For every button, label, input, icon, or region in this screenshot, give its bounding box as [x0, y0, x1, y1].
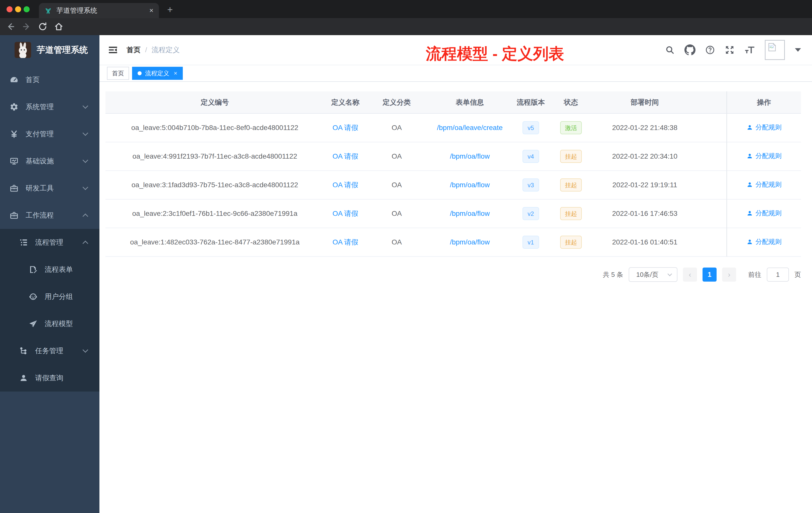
- assign-rule-button[interactable]: 分配规则: [747, 180, 782, 189]
- content-area: 定义编号 定义名称 定义分类 表单信息 流程版本 状态 部署时间 操作 oa_l…: [99, 82, 812, 282]
- cell-definition-id: oa_leave:2:3c1f0ef1-76b1-11ec-9c66-a2380…: [106, 199, 324, 228]
- new-tab-button[interactable]: +: [165, 4, 175, 16]
- version-badge[interactable]: v1: [522, 236, 539, 249]
- briefcase-icon: [9, 211, 19, 220]
- reload-icon[interactable]: [38, 22, 48, 32]
- sidebar-item-user-group[interactable]: 用户分组: [0, 283, 99, 310]
- search-icon[interactable]: [665, 45, 675, 55]
- header-definition-name: 定义名称: [324, 91, 367, 114]
- table-row: oa_leave:3:1fad3d93-7b75-11ec-a3c8-acde4…: [106, 171, 801, 199]
- chevron-down-icon: [83, 103, 88, 109]
- github-icon[interactable]: [685, 44, 696, 56]
- back-icon[interactable]: [5, 22, 16, 32]
- sidebar-item-process-mgmt[interactable]: 流程管理: [0, 229, 99, 256]
- cell-category: OA: [367, 199, 427, 228]
- sidebar-item-system[interactable]: 系统管理: [0, 93, 99, 120]
- form-edit-icon: [29, 265, 38, 274]
- sidebar: 芋道管理系统 首页 系统管理: [0, 35, 99, 513]
- form-link[interactable]: /bpm/oa/flow: [450, 181, 490, 189]
- breadcrumb-home[interactable]: 首页: [126, 45, 141, 55]
- sidebar-item-label: 用户分组: [45, 292, 73, 301]
- version-badge[interactable]: v2: [522, 207, 539, 220]
- help-icon[interactable]: [705, 45, 715, 55]
- version-badge[interactable]: v5: [522, 121, 539, 134]
- status-badge: 挂起: [560, 207, 582, 220]
- cell-deploy-time: 2022-01-22 19:19:11: [593, 171, 696, 199]
- status-badge: 挂起: [560, 178, 582, 191]
- avatar[interactable]: [765, 40, 785, 60]
- cell-definition-id: oa_leave:5:004b710b-7b8a-11ec-8ef0-acde4…: [106, 114, 324, 142]
- sidebar-item-infra[interactable]: 基础设施: [0, 148, 99, 175]
- tags-view-bar: 首页 流程定义 ×: [99, 65, 812, 82]
- navbar-actions: [665, 40, 801, 60]
- assign-rule-button[interactable]: 分配规则: [747, 237, 782, 246]
- next-page-button[interactable]: ›: [722, 268, 736, 281]
- definition-name-link[interactable]: OA 请假: [332, 124, 358, 131]
- form-link[interactable]: /bpm/oa/flow: [450, 238, 490, 246]
- user-icon: [747, 181, 753, 188]
- assign-rule-button[interactable]: 分配规则: [747, 209, 782, 218]
- workflow-submenu: 流程管理 流程表单 用户分组: [0, 229, 99, 392]
- sidebar-item-process-model[interactable]: 流程模型: [0, 310, 99, 337]
- definition-name-link[interactable]: OA 请假: [332, 238, 358, 246]
- definition-name-link[interactable]: OA 请假: [332, 181, 358, 189]
- sidebar-item-workflow[interactable]: 工作流程: [0, 202, 99, 229]
- header-status: 状态: [549, 91, 593, 114]
- minimize-window-button[interactable]: [15, 6, 21, 12]
- sidebar-item-devtools[interactable]: 研发工具: [0, 175, 99, 202]
- robot-icon: [29, 292, 38, 301]
- monitor-icon: [9, 157, 19, 165]
- table-row: oa_leave:5:004b710b-7b8a-11ec-8ef0-acde4…: [106, 114, 801, 142]
- sidebar-item-process-form[interactable]: 流程表单: [0, 256, 99, 283]
- sidebar-item-label: 系统管理: [26, 102, 54, 112]
- definition-name-link[interactable]: OA 请假: [332, 210, 358, 217]
- tag-home[interactable]: 首页: [107, 67, 129, 80]
- header-spacer: [696, 91, 727, 114]
- forward-icon[interactable]: [22, 22, 32, 32]
- avatar-dropdown-caret-icon[interactable]: [795, 48, 801, 52]
- header-actions: 操作: [727, 91, 801, 114]
- active-dot-icon: [138, 71, 142, 75]
- tag-close-icon[interactable]: ×: [174, 70, 177, 77]
- font-size-icon[interactable]: [744, 45, 755, 55]
- user-icon: [747, 239, 753, 245]
- sidebar-item-label: 基础设施: [26, 156, 54, 166]
- sidebar-item-label: 支付管理: [26, 129, 54, 139]
- sidebar-item-label: 流程表单: [45, 265, 73, 274]
- version-badge[interactable]: v3: [522, 178, 539, 191]
- sidebar-item-pay[interactable]: 支付管理: [0, 120, 99, 148]
- definition-name-link[interactable]: OA 请假: [332, 152, 358, 160]
- cell-deploy-time: 2022-01-16 01:40:51: [593, 228, 696, 256]
- goto-page-input[interactable]: [767, 268, 789, 281]
- chevron-down-icon: [83, 184, 88, 190]
- sidebar-item-home[interactable]: 首页: [0, 66, 99, 93]
- window-controls[interactable]: [6, 6, 30, 12]
- close-window-button[interactable]: [6, 6, 12, 12]
- page-size-select[interactable]: 10条/页: [629, 267, 677, 282]
- form-link[interactable]: /bpm/oa/flow: [450, 210, 490, 217]
- assign-rule-button[interactable]: 分配规则: [747, 123, 782, 132]
- version-badge[interactable]: v4: [522, 150, 539, 163]
- sidebar-logo[interactable]: 芋道管理系统: [0, 35, 99, 65]
- prev-page-button[interactable]: ‹: [683, 268, 697, 281]
- cell-definition-id: oa_leave:1:482ec033-762a-11ec-8477-a2380…: [106, 228, 324, 256]
- form-link[interactable]: /bpm/oa/flow: [450, 152, 490, 160]
- tag-process-definition[interactable]: 流程定义 ×: [132, 67, 183, 80]
- zoom-window-button[interactable]: [24, 6, 30, 12]
- current-page-button[interactable]: 1: [702, 268, 717, 281]
- cell-deploy-time: 2022-01-16 17:46:53: [593, 199, 696, 228]
- browser-tab[interactable]: 芋道管理系统 ×: [39, 3, 159, 18]
- home-icon[interactable]: [54, 22, 64, 32]
- assign-rule-button[interactable]: 分配规则: [747, 152, 782, 160]
- tab-close-icon[interactable]: ×: [149, 6, 153, 14]
- page-size-value: 10条/页: [636, 270, 658, 279]
- sidebar-item-leave-query[interactable]: 请假查询: [0, 364, 99, 392]
- app-frame: 芋道管理系统 首页 系统管理: [0, 35, 812, 513]
- definition-table: 定义编号 定义名称 定义分类 表单信息 流程版本 状态 部署时间 操作 oa_l…: [106, 91, 801, 257]
- sidebar-item-task-mgmt[interactable]: 任务管理: [0, 337, 99, 364]
- chevron-down-icon: [667, 272, 672, 276]
- hamburger-icon[interactable]: [108, 45, 118, 55]
- form-link[interactable]: /bpm/oa/leave/create: [437, 124, 503, 131]
- main-panel: 流程模型 - 定义列表 首页 / 流程定义: [99, 35, 812, 513]
- fullscreen-icon[interactable]: [725, 45, 735, 55]
